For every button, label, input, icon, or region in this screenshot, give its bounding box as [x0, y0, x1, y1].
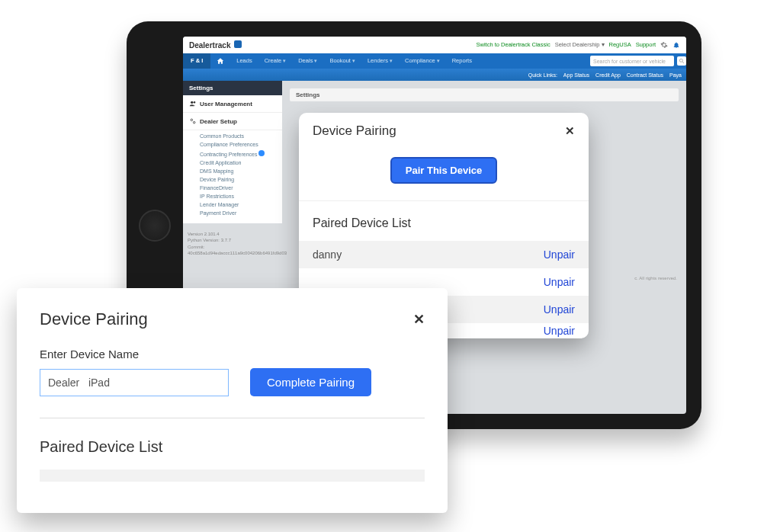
- search-input[interactable]: Search for customer or vehicle: [590, 56, 674, 66]
- switch-classic-link[interactable]: Switch to Dealertrack Classic: [477, 41, 550, 48]
- nav-leads[interactable]: Leads: [230, 53, 258, 69]
- svg-line-1: [682, 62, 684, 63]
- nav-create[interactable]: Create▾: [258, 53, 293, 69]
- users-icon: [189, 100, 197, 107]
- nav-lenders[interactable]: Lenders▾: [361, 53, 399, 69]
- copyright-text: c. All rights reserved.: [634, 276, 677, 280]
- sb-link-credit-application[interactable]: Credit Application: [200, 159, 282, 167]
- modal2-list-stripe: [40, 470, 425, 482]
- device-name: danny: [313, 248, 342, 261]
- complete-pairing-button[interactable]: Complete Pairing: [250, 368, 371, 396]
- sb-link-contracting-prefs[interactable]: Contracting Preferences: [200, 149, 282, 159]
- brand-badge-icon: [234, 40, 242, 48]
- modal2-title: Device Pairing: [40, 309, 148, 329]
- modal1-header: Device Pairing ✕: [299, 113, 589, 140]
- search-icon[interactable]: [677, 56, 686, 66]
- sidebar-dealer-setup[interactable]: Dealer Setup: [183, 113, 282, 130]
- divider: [40, 418, 425, 418]
- modal2-header: Device Pairing ✕: [40, 309, 425, 329]
- top-right-links: Switch to Dealertrack Classic Select Dea…: [477, 41, 680, 49]
- quick-credit-app[interactable]: Credit App: [595, 72, 621, 78]
- home-icon[interactable]: [210, 57, 230, 65]
- main-settings-header: Settings: [290, 88, 679, 101]
- svg-point-5: [193, 121, 195, 123]
- modal2-input-row: Complete Pairing: [40, 368, 425, 396]
- nav-deals[interactable]: Deals▾: [292, 53, 323, 69]
- sb-link-dms-mapping[interactable]: DMS Mapping: [200, 167, 282, 175]
- svg-point-3: [194, 101, 196, 104]
- modal1-close-icon[interactable]: ✕: [565, 124, 575, 138]
- main-nav: F & I Leads Create▾ Deals▾ Bookout▾ Lend…: [183, 53, 686, 69]
- bell-icon[interactable]: [672, 41, 680, 49]
- svg-point-2: [191, 101, 193, 104]
- quick-links-bar: Quick Links: App Status Credit App Contr…: [183, 69, 686, 81]
- svg-point-4: [191, 119, 193, 121]
- topbar: Dealertrack Switch to Dealertrack Classi…: [183, 37, 686, 53]
- gears-icon: [189, 117, 197, 125]
- nav-reports[interactable]: Reports: [446, 53, 478, 69]
- nav-bookout[interactable]: Bookout▾: [323, 53, 361, 69]
- sb-link-payment-driver[interactable]: Payment Driver: [200, 209, 282, 217]
- sb-link-ip-restrictions[interactable]: IP Restrictions: [200, 192, 282, 200]
- select-dealership-link[interactable]: Select Dealership ▾: [555, 41, 605, 48]
- enter-device-name-modal: Device Pairing ✕ Enter Device Name Compl…: [17, 288, 448, 513]
- device-name-input[interactable]: [40, 369, 229, 396]
- quick-app-status[interactable]: App Status: [563, 72, 589, 78]
- region-link[interactable]: RegUSA: [609, 41, 631, 48]
- sidebar-dealer-links: Common Products Compliance Preferences C…: [183, 130, 282, 223]
- modal1-title: Device Pairing: [313, 123, 396, 139]
- support-link[interactable]: Support: [636, 41, 656, 48]
- modal2-list-title: Paired Device List: [40, 438, 425, 456]
- nav-compliance[interactable]: Compliance▾: [399, 53, 446, 69]
- quick-links-label: Quick Links:: [528, 72, 557, 78]
- sidebar-header: Settings: [183, 81, 282, 95]
- nav-fi[interactable]: F & I: [183, 53, 210, 69]
- paired-device-list-title: Paired Device List: [299, 201, 589, 241]
- quick-paya[interactable]: Paya: [669, 72, 682, 78]
- brand: Dealertrack: [189, 40, 242, 50]
- sb-link-device-pairing[interactable]: Device Pairing: [200, 175, 282, 184]
- quick-contract-status[interactable]: Contract Status: [627, 72, 663, 78]
- unpair-link[interactable]: Unpair: [544, 248, 575, 261]
- device-row: danny Unpair: [299, 241, 589, 268]
- modal1-body: Pair This Device: [299, 140, 589, 201]
- version-footer: Version 2.101.4 Python Version: 3.7.7 Co…: [183, 223, 282, 264]
- sb-link-financedriver[interactable]: FinanceDriver: [200, 184, 282, 192]
- pair-this-device-button[interactable]: Pair This Device: [390, 157, 497, 184]
- gear-icon[interactable]: [660, 41, 668, 49]
- sidebar-user-management[interactable]: User Management: [183, 95, 282, 113]
- info-icon: [258, 150, 265, 156]
- sb-link-common-products[interactable]: Common Products: [200, 132, 282, 140]
- svg-point-0: [679, 59, 682, 62]
- unpair-link[interactable]: Unpair: [544, 276, 575, 288]
- sb-link-compliance-prefs[interactable]: Compliance Preferences: [200, 140, 282, 149]
- sb-link-lender-manager[interactable]: Lender Manager: [200, 200, 282, 209]
- unpair-link[interactable]: Unpair: [544, 303, 575, 316]
- brand-text: Dealertrack: [189, 41, 230, 50]
- device-name-label: Enter Device Name: [40, 348, 425, 361]
- modal2-close-icon[interactable]: ✕: [413, 311, 425, 328]
- tablet-home-button[interactable]: [139, 210, 171, 242]
- unpair-link[interactable]: Unpair: [544, 325, 575, 337]
